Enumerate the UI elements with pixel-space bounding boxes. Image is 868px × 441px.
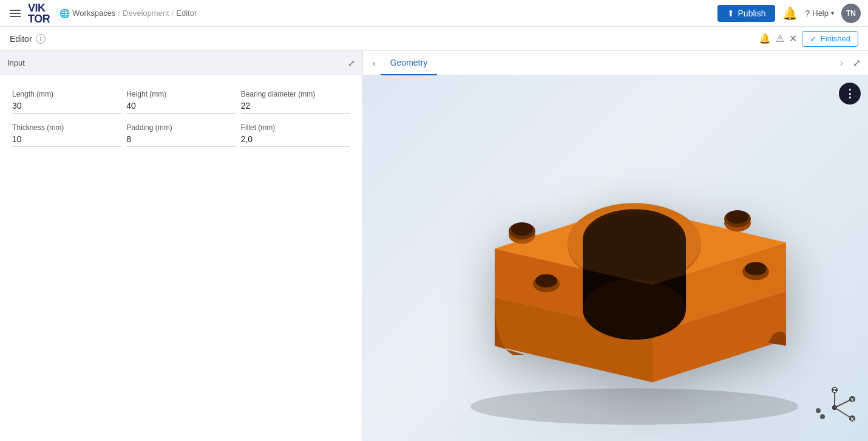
breadcrumb-development: Development — [123, 9, 169, 18]
svg-point-10 — [745, 262, 767, 275]
field-padding: Padding (mm) 8 — [124, 118, 238, 152]
z-axis-label: Z — [833, 387, 836, 393]
logo: VIK TOR — [28, 2, 50, 24]
svg-point-3 — [511, 222, 533, 236]
axis-svg: Z Y X — [813, 386, 856, 429]
field-bearing-diameter: Bearing diameter (mm) 22 — [239, 85, 353, 118]
svg-line-21 — [835, 408, 851, 418]
breadcrumb-workspaces[interactable]: Workspaces — [72, 9, 115, 18]
field-fillet: Fillet (mm) 2,0 — [239, 118, 353, 152]
help-button[interactable]: ? Help ▾ — [805, 9, 834, 18]
subheader-actions: 🔔 ⚠ ✕ ✓ Finished — [759, 31, 858, 47]
field-length-label: Length (mm) — [12, 90, 121, 98]
navbar-left: VIK TOR 🌐 Workspaces / Development / Edi… — [7, 2, 197, 24]
help-label: Help — [812, 9, 829, 18]
chevron-down-icon: ▾ — [831, 10, 834, 16]
upload-icon: ⬆ — [727, 9, 734, 18]
navbar: VIK TOR 🌐 Workspaces / Development / Edi… — [0, 0, 868, 27]
tabs-bar: ‹ Geometry › ⤢ — [363, 51, 868, 75]
expand-icon[interactable]: ⤢ — [348, 58, 355, 68]
field-length: Length (mm) 30 — [10, 85, 124, 118]
bell-icon[interactable]: 🔔 — [759, 33, 771, 44]
finished-button[interactable]: ✓ Finished — [802, 31, 858, 47]
x-axis-label: X — [850, 416, 854, 422]
logo-text: VIK TOR — [28, 2, 50, 24]
subheader: Editor i 🔔 ⚠ ✕ ✓ Finished — [0, 27, 868, 51]
panel-header: Input ⤢ — [0, 51, 362, 75]
notifications-button[interactable]: 🔔 — [782, 6, 798, 21]
svg-point-15 — [583, 279, 686, 340]
breadcrumb: 🌐 Workspaces / Development / Editor — [59, 9, 197, 18]
svg-point-24 — [816, 408, 821, 413]
field-thickness: Thickness (mm) 10 — [10, 118, 124, 152]
axis-indicator: Z Y X — [813, 386, 856, 429]
globe-icon: 🌐 — [59, 9, 70, 18]
field-fillet-label: Fillet (mm) — [241, 123, 350, 132]
field-thickness-value[interactable]: 10 — [12, 134, 121, 147]
field-bearing-label: Bearing diameter (mm) — [241, 90, 350, 98]
viewer-area: ⋮ Z Y — [363, 75, 868, 441]
left-panel: Input ⤢ Length (mm) 30 Height (mm) 40 Be… — [0, 51, 363, 441]
field-padding-value[interactable]: 8 — [126, 134, 236, 147]
field-fillet-value[interactable]: 2,0 — [241, 134, 350, 147]
field-bearing-value[interactable]: 22 — [241, 101, 350, 114]
info-icon[interactable]: i — [36, 34, 46, 44]
publish-label: Publish — [738, 9, 766, 18]
tab-nav-right-icon[interactable]: › — [835, 55, 848, 71]
tab-geometry[interactable]: Geometry — [381, 51, 437, 75]
avatar[interactable]: TN — [841, 4, 861, 23]
navbar-right: ⬆ Publish 🔔 ? Help ▾ TN — [717, 4, 861, 23]
editor-section-label: Editor i — [10, 34, 46, 44]
hamburger-menu-icon[interactable] — [7, 7, 23, 19]
viewer-background: ⋮ Z Y — [363, 75, 868, 441]
warning-icon[interactable]: ⚠ — [776, 33, 784, 44]
svg-point-23 — [820, 414, 825, 419]
panel-title: Input — [7, 58, 25, 67]
tabs-right: › ⤢ — [835, 55, 863, 71]
main-area: Input ⤢ Length (mm) 30 Height (mm) 40 Be… — [0, 51, 868, 441]
svg-line-19 — [835, 400, 851, 408]
breadcrumb-sep2: / — [172, 9, 174, 18]
check-circle-icon: ✓ — [810, 34, 817, 44]
bell-outline-icon: 🔔 — [782, 7, 798, 20]
field-padding-label: Padding (mm) — [126, 123, 236, 132]
fullscreen-icon[interactable]: ⤢ — [850, 55, 863, 71]
tab-chevron-left[interactable]: ‹ — [368, 56, 381, 70]
field-height-label: Height (mm) — [126, 90, 236, 98]
3d-model-svg — [446, 115, 822, 431]
input-fields-grid: Length (mm) 30 Height (mm) 40 Bearing di… — [0, 75, 362, 162]
close-icon[interactable]: ✕ — [789, 33, 797, 44]
help-circle-icon: ? — [805, 9, 810, 18]
3d-model — [446, 115, 822, 433]
svg-point-0 — [470, 388, 798, 425]
field-height: Height (mm) 40 — [124, 85, 238, 118]
svg-point-6 — [727, 210, 748, 224]
finished-label: Finished — [821, 34, 850, 43]
breadcrumb-sep1: / — [118, 9, 120, 18]
field-thickness-label: Thickness (mm) — [12, 123, 121, 132]
right-panel: ‹ Geometry › ⤢ — [363, 51, 868, 441]
publish-button[interactable]: ⬆ Publish — [717, 5, 776, 22]
field-height-value[interactable]: 40 — [126, 101, 236, 114]
svg-point-8 — [535, 274, 557, 287]
more-options-button[interactable]: ⋮ — [839, 83, 861, 104]
y-axis-label: Y — [850, 397, 854, 403]
field-length-value[interactable]: 30 — [12, 101, 121, 114]
breadcrumb-editor: Editor — [176, 9, 197, 18]
